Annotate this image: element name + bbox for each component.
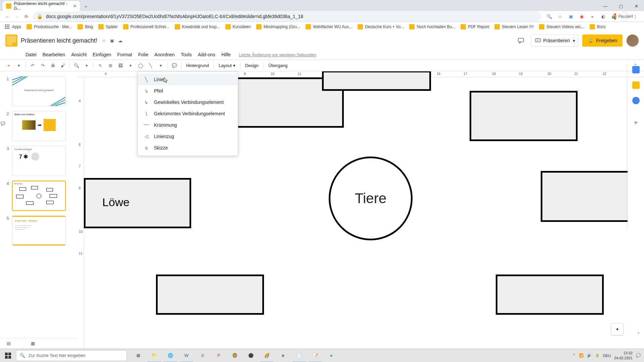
slide-thumb-2[interactable]: 2 💬 Bilder und Grafiken ➡ bbox=[0, 110, 78, 144]
share-button[interactable]: 🔒 Freigeben bbox=[582, 35, 623, 47]
edge-icon[interactable]: 🌐 bbox=[162, 349, 178, 362]
bookmark-item[interactable]: Kursideen bbox=[223, 23, 253, 31]
word-icon[interactable]: W bbox=[178, 349, 195, 362]
dropdown-linie[interactable]: ╲Linie bbox=[138, 74, 238, 85]
ext-icon-4[interactable]: ◐ bbox=[600, 13, 606, 20]
battery-icon[interactable]: 🔋 bbox=[595, 353, 600, 358]
bookmark-item[interactable]: Steuern Videos wic... bbox=[537, 23, 586, 31]
menu-folie[interactable]: Folie bbox=[136, 51, 151, 59]
canvas-rect[interactable] bbox=[496, 275, 604, 315]
undo-button[interactable]: ↶ bbox=[28, 61, 37, 70]
move-doc-icon[interactable]: ▣ bbox=[110, 38, 114, 43]
background-button[interactable]: Hintergrund bbox=[183, 63, 212, 68]
bookmark-item[interactable]: Deutsche Kurs + Vo... bbox=[356, 23, 406, 31]
star-doc-icon[interactable]: ☆ bbox=[102, 38, 106, 43]
redo-button[interactable]: ↷ bbox=[38, 61, 47, 70]
bookmark-item[interactable]: Produktsuche - Mer... bbox=[24, 23, 74, 31]
language-indicator[interactable]: DEU bbox=[603, 354, 611, 358]
close-tab-icon[interactable]: ✕ bbox=[73, 4, 76, 8]
dropdown-polyline[interactable]: ◁Linienzug bbox=[138, 131, 238, 142]
url-field[interactable]: 🔒 docs.google.com/presentation/d/1yV372S… bbox=[33, 11, 541, 21]
star-icon[interactable]: ☆ bbox=[557, 13, 564, 20]
user-avatar[interactable] bbox=[627, 35, 639, 47]
bookmark-item[interactable]: PDF Report bbox=[459, 23, 491, 31]
notifications-icon[interactable]: 💬 bbox=[636, 353, 641, 358]
canvas-circle-tiere[interactable]: Tiere bbox=[329, 157, 413, 240]
tray-expand-icon[interactable]: ⌃ bbox=[573, 353, 576, 358]
slide-thumb-4[interactable]: 4 Mindmap bbox=[0, 179, 78, 214]
menu-bearbeiten[interactable]: Bearbeiten bbox=[40, 51, 68, 59]
slide-panel[interactable]: 1 Präsentieren leicht gemacht! 2 💬 Bilde… bbox=[0, 71, 78, 362]
menu-datei[interactable]: Datei bbox=[23, 51, 39, 59]
new-slide-button[interactable]: + bbox=[4, 61, 13, 70]
close-window-button[interactable]: ✕ bbox=[629, 1, 644, 11]
bookmark-item[interactable]: Steuern Lesen !!!! bbox=[492, 23, 536, 31]
maximize-button[interactable]: ▢ bbox=[613, 1, 629, 11]
brave-icon[interactable]: 🦁 bbox=[227, 349, 243, 362]
comments-button[interactable] bbox=[515, 35, 527, 47]
grid-view-icon[interactable]: ▦ bbox=[31, 341, 35, 346]
bookmark-item[interactable]: Kreativität und Insp... bbox=[173, 23, 222, 31]
menu-icon[interactable]: ⋮ bbox=[632, 13, 639, 20]
wifi-icon[interactable]: 📶 bbox=[579, 353, 584, 358]
canvas-rect-loewe[interactable]: Löwe bbox=[84, 178, 191, 228]
canvas-rect[interactable] bbox=[322, 71, 431, 91]
calendar-icon[interactable] bbox=[632, 66, 640, 73]
zoom-button[interactable]: 🔍 bbox=[72, 61, 81, 70]
spotify-icon[interactable]: ● bbox=[323, 349, 339, 362]
menu-tools[interactable]: Tools bbox=[178, 51, 195, 59]
design-button[interactable]: Design bbox=[243, 63, 261, 68]
minimize-button[interactable]: ― bbox=[598, 1, 613, 11]
ext-icon-1[interactable]: ▣ bbox=[568, 13, 574, 20]
line-tool[interactable]: ╲ bbox=[146, 61, 155, 70]
dropdown-pfeil[interactable]: ↘Pfeil bbox=[138, 85, 238, 97]
transition-button[interactable]: Übergang bbox=[266, 63, 290, 68]
chrome-icon[interactable]: 🌈 bbox=[259, 349, 275, 362]
explorer-icon[interactable]: 📁 bbox=[146, 349, 162, 362]
new-tab-button[interactable]: + bbox=[81, 2, 91, 11]
canvas-rect[interactable] bbox=[156, 275, 264, 315]
shape-tool[interactable]: ◯ bbox=[136, 61, 145, 70]
profile-paused[interactable]: T Pausiert bbox=[621, 12, 628, 21]
image-dropdown[interactable]: ▾ bbox=[126, 61, 135, 70]
add-addon-button[interactable]: + bbox=[634, 119, 638, 127]
layout-button[interactable]: Layout ▾ bbox=[216, 63, 238, 68]
bookmark-item[interactable]: Mindmapping (Gru... bbox=[254, 23, 302, 31]
dropdown-scribble[interactable]: ടSkizze bbox=[138, 142, 238, 154]
comment-tool[interactable]: 💬 bbox=[170, 61, 179, 70]
volume-icon[interactable]: 🔊 bbox=[587, 353, 592, 358]
new-slide-dropdown[interactable]: ▾ bbox=[14, 61, 23, 70]
line-dropdown[interactable]: ▾ bbox=[156, 61, 165, 70]
textbox-tool[interactable]: ⊞ bbox=[106, 61, 115, 70]
slide-thumb-5[interactable]: 5 Erste Folie – Beispiel Lorem ipsum dol… bbox=[0, 214, 78, 249]
tasks-icon[interactable] bbox=[632, 97, 640, 104]
image-tool[interactable]: 🖼 bbox=[116, 61, 125, 70]
keep-icon[interactable] bbox=[632, 81, 640, 89]
last-modified[interactable]: Letzte Änderung vor wenigen Sekunden bbox=[239, 52, 316, 57]
paint-format-button[interactable]: 🖌 bbox=[58, 61, 67, 70]
menu-anordnen[interactable]: Anordnen bbox=[152, 51, 177, 59]
menu-hilfe[interactable]: Hilfe bbox=[219, 51, 233, 59]
slide-thumb-3[interactable]: 3 Formen einfügen 7 ✱ bbox=[0, 144, 78, 179]
explore-button[interactable]: ✦ bbox=[611, 323, 623, 335]
back-button[interactable]: ← bbox=[3, 12, 12, 21]
start-button[interactable] bbox=[0, 349, 16, 362]
bookmark-item[interactable]: Später bbox=[96, 23, 119, 31]
reload-button[interactable]: ⟳ bbox=[21, 12, 31, 21]
dropdown-elbow[interactable]: ↳Gewinkeltes Verbindungselement bbox=[138, 97, 238, 108]
obs-icon[interactable]: ⚫ bbox=[243, 349, 259, 362]
menu-format[interactable]: Format bbox=[115, 51, 135, 59]
app-icon[interactable]: 📄 bbox=[291, 349, 307, 362]
slide-thumb-1[interactable]: 1 Präsentieren leicht gemacht! bbox=[0, 75, 78, 110]
dropdown-curve[interactable]: 〰Krümmung bbox=[138, 119, 238, 131]
present-dropdown[interactable]: ▾ bbox=[570, 35, 578, 47]
clock[interactable]: 13:32 24.02.2021 bbox=[614, 351, 633, 360]
ext-icon-2[interactable]: ◉ bbox=[578, 13, 585, 20]
ext-icon-3[interactable]: ● bbox=[589, 13, 596, 20]
side-panel-toggle[interactable]: › bbox=[638, 330, 639, 335]
zoom-dropdown[interactable]: ▾ bbox=[82, 61, 91, 70]
bookmark-item[interactable]: Wahlfächer WU Aus... bbox=[304, 23, 354, 31]
powerpoint-icon[interactable]: P bbox=[211, 349, 227, 362]
menu-einfuegen[interactable]: Einfügen bbox=[90, 51, 114, 59]
edge2-icon[interactable]: e bbox=[275, 349, 291, 362]
